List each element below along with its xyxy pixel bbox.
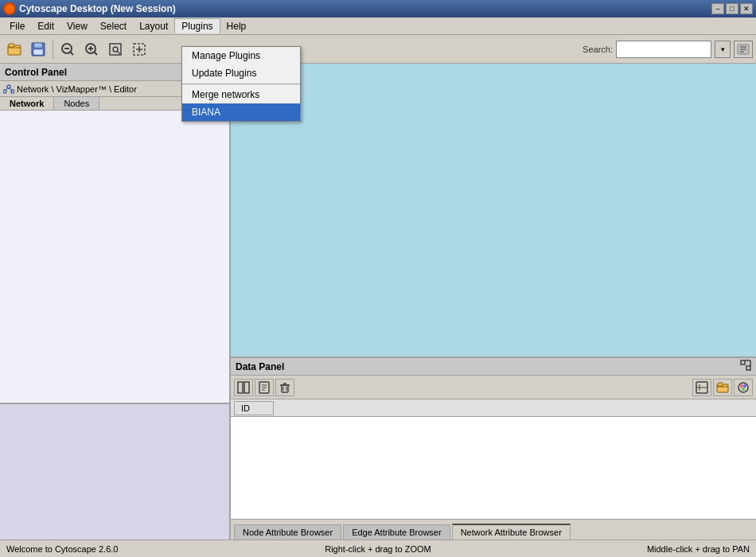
dropdown-manage-plugins[interactable]: Manage Plugins bbox=[182, 47, 300, 64]
cp-sub-tab-nodes[interactable]: Nodes bbox=[54, 97, 99, 110]
svg-line-9 bbox=[94, 52, 97, 55]
data-panel-expand-btn[interactable] bbox=[740, 360, 751, 373]
minimize-button[interactable]: – bbox=[711, 3, 724, 14]
toolbar-sep-1 bbox=[53, 40, 53, 59]
status-bar: Welcome to Cytoscape 2.6.0 Right-click +… bbox=[0, 539, 756, 557]
dropdown-biana[interactable]: BIANA bbox=[182, 103, 300, 121]
control-panel-title: Control Panel bbox=[5, 67, 67, 78]
svg-rect-1 bbox=[9, 44, 14, 47]
title-buttons: – □ ✕ bbox=[711, 3, 753, 14]
search-container: Search: ▾ bbox=[583, 41, 753, 58]
dropdown-separator bbox=[182, 84, 300, 84]
dp-folder-btn[interactable] bbox=[713, 379, 732, 396]
menu-select[interactable]: Select bbox=[94, 19, 133, 33]
menu-file[interactable]: File bbox=[3, 19, 31, 33]
toolbar: Search: ▾ bbox=[0, 35, 756, 64]
save-button[interactable] bbox=[27, 38, 49, 60]
menu-layout[interactable]: Layout bbox=[133, 19, 174, 33]
svg-rect-31 bbox=[238, 382, 243, 393]
zoom-selection-button[interactable] bbox=[128, 38, 150, 60]
plugins-dropdown: Manage Plugins Update Plugins Merge netw… bbox=[181, 46, 301, 122]
svg-point-22 bbox=[7, 85, 10, 88]
data-panel-tabs: Node Attribute Browser Edge Attribute Br… bbox=[231, 519, 756, 539]
dp-palette-btn[interactable] bbox=[734, 379, 753, 396]
status-middle: Right-click + drag to ZOOM bbox=[254, 544, 501, 554]
svg-rect-27 bbox=[741, 360, 745, 364]
title-bar: Cytoscape Desktop (New Session) – □ ✕ bbox=[0, 0, 756, 18]
zoom-out-button[interactable] bbox=[57, 38, 79, 60]
zoom-in-button[interactable] bbox=[80, 38, 103, 60]
data-panel-title: Data Panel bbox=[236, 361, 284, 372]
cp-content-upper bbox=[0, 111, 229, 404]
data-table-header: ID bbox=[231, 399, 756, 417]
svg-rect-46 bbox=[718, 383, 723, 386]
cp-sub-tab-network[interactable]: Network bbox=[0, 97, 54, 110]
svg-rect-28 bbox=[746, 366, 750, 370]
data-table-body bbox=[231, 417, 756, 519]
svg-line-25 bbox=[5, 88, 9, 90]
menu-help[interactable]: Help bbox=[220, 19, 253, 33]
data-panel-header: Data Panel bbox=[231, 358, 756, 376]
svg-line-14 bbox=[117, 51, 120, 54]
menu-edit[interactable]: Edit bbox=[31, 19, 60, 33]
close-button[interactable]: ✕ bbox=[740, 3, 753, 14]
maximize-button[interactable]: □ bbox=[726, 3, 738, 14]
status-right: Middle-click + drag to PAN bbox=[502, 544, 750, 554]
svg-point-50 bbox=[742, 388, 745, 391]
dp-tab-node-attr[interactable]: Node Attribute Browser bbox=[234, 524, 341, 539]
svg-rect-32 bbox=[244, 382, 249, 393]
title-bar-left: Cytoscape Desktop (New Session) bbox=[3, 2, 176, 15]
breadcrumb-network: Network \ VizMapper™ \ Editor bbox=[17, 84, 137, 94]
dt-col-id: ID bbox=[234, 401, 274, 415]
menu-bar: File Edit View Select Layout Plugins Hel… bbox=[0, 18, 756, 35]
search-label: Search: bbox=[583, 45, 613, 54]
menu-view[interactable]: View bbox=[60, 19, 94, 33]
svg-point-24 bbox=[11, 90, 14, 93]
dp-split-btn[interactable] bbox=[234, 379, 253, 396]
svg-point-49 bbox=[743, 384, 746, 388]
dp-page-btn[interactable] bbox=[255, 379, 274, 396]
svg-line-26 bbox=[9, 88, 13, 90]
data-panel: Data Panel bbox=[231, 356, 756, 539]
menu-plugins[interactable]: Plugins bbox=[174, 18, 220, 33]
svg-rect-4 bbox=[33, 49, 43, 55]
svg-line-6 bbox=[70, 52, 73, 55]
status-left: Welcome to Cytoscape 2.6.0 bbox=[6, 544, 254, 554]
svg-rect-37 bbox=[282, 385, 288, 392]
data-panel-toolbar bbox=[231, 376, 756, 399]
search-input[interactable] bbox=[616, 41, 711, 58]
svg-rect-3 bbox=[34, 43, 42, 48]
canvas-area bbox=[231, 64, 756, 356]
svg-point-23 bbox=[3, 90, 6, 93]
dp-tab-network-attr[interactable]: Network Attribute Browser bbox=[452, 524, 571, 539]
title-text: Cytoscape Desktop (New Session) bbox=[19, 3, 176, 14]
dropdown-update-plugins[interactable]: Update Plugins bbox=[182, 64, 300, 82]
dp-attr-btn[interactable] bbox=[692, 379, 711, 396]
search-go-button[interactable] bbox=[734, 41, 753, 58]
right-panel: Data Panel bbox=[231, 64, 756, 539]
dropdown-merge-networks[interactable]: Merge networks bbox=[182, 86, 300, 103]
main-layout: Control Panel Network \ VizMapper™ \ Edi… bbox=[0, 64, 756, 539]
cp-content-lower bbox=[0, 404, 229, 539]
svg-point-48 bbox=[740, 384, 743, 388]
app-icon bbox=[3, 2, 16, 15]
dp-delete-btn[interactable] bbox=[275, 379, 294, 396]
open-button[interactable] bbox=[3, 38, 25, 60]
dp-tab-edge-attr[interactable]: Edge Attribute Browser bbox=[343, 524, 450, 539]
zoom-fit-button[interactable] bbox=[104, 38, 127, 60]
search-dropdown-btn[interactable]: ▾ bbox=[715, 41, 731, 58]
control-panel: Control Panel Network \ VizMapper™ \ Edi… bbox=[0, 64, 231, 539]
